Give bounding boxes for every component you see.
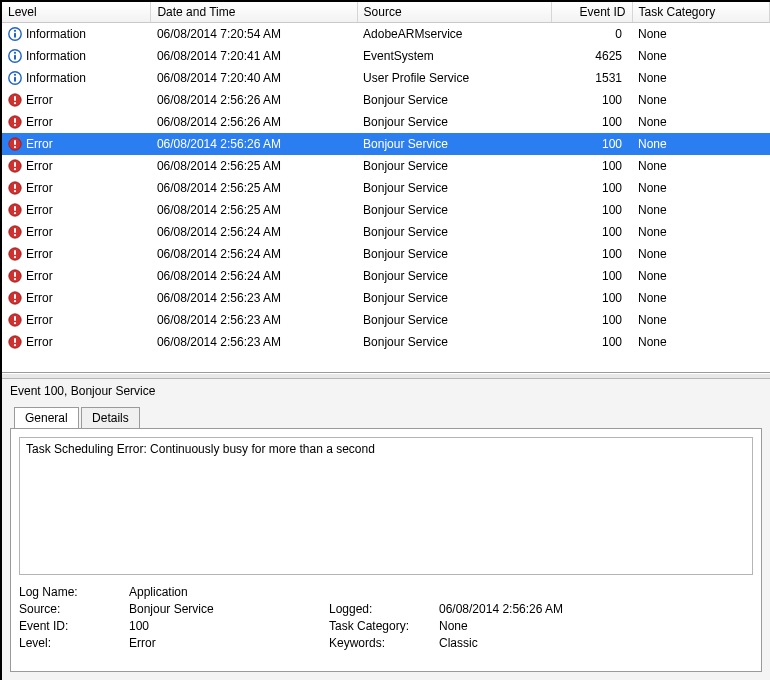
cell-eventid: 100 (552, 133, 632, 155)
error-icon (8, 335, 22, 349)
cell-source: Bonjour Service (357, 221, 552, 243)
event-list-scroll[interactable]: Level Date and Time Source Event ID Task… (2, 2, 770, 350)
error-icon (8, 203, 22, 217)
detail-tabstrip: General Details (2, 406, 770, 428)
cell-eventid: 100 (552, 331, 632, 350)
cell-source: Bonjour Service (357, 111, 552, 133)
table-row[interactable]: Error06/08/2014 2:56:25 AMBonjour Servic… (2, 177, 770, 199)
table-row[interactable]: Error06/08/2014 2:56:23 AMBonjour Servic… (2, 309, 770, 331)
cell-eventid: 100 (552, 265, 632, 287)
col-eventid[interactable]: Event ID (552, 2, 632, 23)
cell-date: 06/08/2014 7:20:54 AM (151, 23, 357, 46)
cell-source: User Profile Service (357, 67, 552, 89)
cell-task: None (632, 45, 770, 67)
cell-date: 06/08/2014 2:56:24 AM (151, 243, 357, 265)
cell-source: Bonjour Service (357, 265, 552, 287)
val-logname: Application (129, 585, 329, 599)
lbl-logged: Logged: (329, 602, 439, 616)
level-text: Error (26, 313, 53, 327)
lbl-keywords: Keywords: (329, 636, 439, 650)
lbl-eventid: Event ID: (19, 619, 129, 633)
cell-source: Bonjour Service (357, 199, 552, 221)
cell-date: 06/08/2014 7:20:41 AM (151, 45, 357, 67)
table-row[interactable]: Information06/08/2014 7:20:54 AMAdobeARM… (2, 23, 770, 46)
error-icon (8, 247, 22, 261)
cell-source: Bonjour Service (357, 177, 552, 199)
error-icon (8, 115, 22, 129)
error-icon (8, 225, 22, 239)
level-text: Error (26, 291, 53, 305)
val-keywords: Classic (439, 636, 639, 650)
event-properties-grid: Log Name: Application Source: Bonjour Se… (19, 585, 753, 650)
table-row[interactable]: Information06/08/2014 7:20:40 AMUser Pro… (2, 67, 770, 89)
table-row[interactable]: Error06/08/2014 2:56:26 AMBonjour Servic… (2, 133, 770, 155)
level-text: Information (26, 27, 86, 41)
error-icon (8, 313, 22, 327)
cell-eventid: 1531 (552, 67, 632, 89)
tab-general[interactable]: General (14, 407, 79, 428)
lbl-taskcat: Task Category: (329, 619, 439, 633)
cell-source: Bonjour Service (357, 89, 552, 111)
level-text: Error (26, 203, 53, 217)
error-icon (8, 93, 22, 107)
col-date[interactable]: Date and Time (151, 2, 357, 23)
cell-source: Bonjour Service (357, 133, 552, 155)
error-icon (8, 137, 22, 151)
cell-task: None (632, 265, 770, 287)
val-level: Error (129, 636, 329, 650)
table-row[interactable]: Error06/08/2014 2:56:26 AMBonjour Servic… (2, 89, 770, 111)
col-task[interactable]: Task Category (632, 2, 770, 23)
cell-source: Bonjour Service (357, 243, 552, 265)
cell-date: 06/08/2014 2:56:26 AM (151, 89, 357, 111)
cell-date: 06/08/2014 2:56:25 AM (151, 199, 357, 221)
tab-details[interactable]: Details (81, 407, 140, 428)
cell-date: 06/08/2014 2:56:25 AM (151, 177, 357, 199)
table-row[interactable]: Error06/08/2014 2:56:24 AMBonjour Servic… (2, 265, 770, 287)
table-row[interactable]: Error06/08/2014 2:56:24 AMBonjour Servic… (2, 221, 770, 243)
event-detail-pane: Event 100, Bonjour Service General Detai… (2, 379, 770, 680)
lbl-level: Level: (19, 636, 129, 650)
error-icon (8, 159, 22, 173)
level-text: Error (26, 225, 53, 239)
info-icon (8, 71, 22, 85)
cell-task: None (632, 23, 770, 46)
level-text: Error (26, 269, 53, 283)
cell-eventid: 100 (552, 177, 632, 199)
event-description: Task Scheduling Error: Continuously busy… (19, 437, 753, 575)
cell-eventid: 100 (552, 155, 632, 177)
level-text: Error (26, 93, 53, 107)
event-list-pane: Level Date and Time Source Event ID Task… (2, 2, 770, 373)
cell-eventid: 100 (552, 89, 632, 111)
table-row[interactable]: Error06/08/2014 2:56:23 AMBonjour Servic… (2, 331, 770, 350)
cell-task: None (632, 67, 770, 89)
error-icon (8, 291, 22, 305)
level-text: Error (26, 137, 53, 151)
cell-eventid: 100 (552, 199, 632, 221)
table-row[interactable]: Error06/08/2014 2:56:23 AMBonjour Servic… (2, 287, 770, 309)
lbl-logname: Log Name: (19, 585, 129, 599)
cell-task: None (632, 331, 770, 350)
column-header-row: Level Date and Time Source Event ID Task… (2, 2, 770, 23)
cell-task: None (632, 243, 770, 265)
table-row[interactable]: Error06/08/2014 2:56:24 AMBonjour Servic… (2, 243, 770, 265)
cell-task: None (632, 155, 770, 177)
col-source[interactable]: Source (357, 2, 552, 23)
cell-eventid: 100 (552, 243, 632, 265)
lbl-source: Source: (19, 602, 129, 616)
cell-task: None (632, 199, 770, 221)
level-text: Error (26, 181, 53, 195)
error-icon (8, 181, 22, 195)
cell-date: 06/08/2014 2:56:25 AM (151, 155, 357, 177)
level-text: Information (26, 71, 86, 85)
cell-source: Bonjour Service (357, 331, 552, 350)
table-row[interactable]: Error06/08/2014 2:56:25 AMBonjour Servic… (2, 199, 770, 221)
cell-date: 06/08/2014 2:56:26 AM (151, 133, 357, 155)
table-row[interactable]: Information06/08/2014 7:20:41 AMEventSys… (2, 45, 770, 67)
col-level[interactable]: Level (2, 2, 151, 23)
level-text: Error (26, 159, 53, 173)
level-text: Error (26, 335, 53, 349)
cell-eventid: 0 (552, 23, 632, 46)
table-row[interactable]: Error06/08/2014 2:56:25 AMBonjour Servic… (2, 155, 770, 177)
cell-task: None (632, 177, 770, 199)
table-row[interactable]: Error06/08/2014 2:56:26 AMBonjour Servic… (2, 111, 770, 133)
